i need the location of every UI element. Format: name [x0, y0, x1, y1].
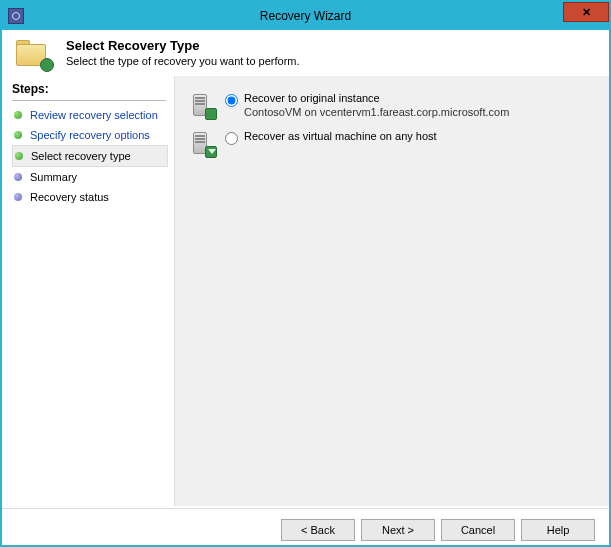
- step-label: Recovery status: [30, 191, 109, 203]
- step-label: Select recovery type: [31, 150, 131, 162]
- step-bullet-icon: [14, 193, 22, 201]
- step-recovery-status[interactable]: Recovery status: [12, 187, 168, 207]
- step-bullet-icon: [14, 111, 22, 119]
- step-review-recovery-selection[interactable]: Review recovery selection: [12, 105, 168, 125]
- server-anyhost-icon: [189, 130, 217, 158]
- cancel-button[interactable]: Cancel: [441, 519, 515, 541]
- step-label: Summary: [30, 171, 77, 183]
- window-title: Recovery Wizard: [2, 9, 609, 23]
- close-icon: ✕: [582, 6, 591, 19]
- titlebar: Recovery Wizard ✕: [2, 2, 609, 30]
- option-label: Recover as virtual machine on any host: [244, 130, 437, 142]
- next-button[interactable]: Next >: [361, 519, 435, 541]
- steps-heading: Steps:: [12, 82, 166, 101]
- server-original-icon: [189, 92, 217, 120]
- app-icon: [8, 8, 24, 24]
- step-label: Review recovery selection: [30, 109, 158, 121]
- help-button[interactable]: Help: [521, 519, 595, 541]
- option-detail: ContosoVM on vcentervm1.fareast.corp.mic…: [244, 106, 509, 118]
- steps-panel: Steps: Review recovery selection Specify…: [2, 76, 174, 506]
- radio-recover-original[interactable]: [225, 94, 238, 107]
- step-bullet-icon: [14, 131, 22, 139]
- step-bullet-icon: [14, 173, 22, 181]
- page-title: Select Recovery Type: [66, 38, 300, 53]
- wizard-buttons: < Back Next > Cancel Help: [2, 508, 609, 541]
- close-button[interactable]: ✕: [563, 2, 609, 22]
- option-label: Recover to original instance: [244, 92, 509, 104]
- step-label: Specify recovery options: [30, 129, 150, 141]
- content-panel: Recover to original instance ContosoVM o…: [174, 76, 609, 506]
- step-summary[interactable]: Summary: [12, 167, 168, 187]
- page-subtitle: Select the type of recovery you want to …: [66, 55, 300, 67]
- radio-recover-any-host[interactable]: [225, 132, 238, 145]
- option-recover-original: Recover to original instance ContosoVM o…: [189, 92, 595, 120]
- step-specify-recovery-options[interactable]: Specify recovery options: [12, 125, 168, 145]
- step-bullet-icon: [15, 152, 23, 160]
- folder-recover-icon: [16, 40, 52, 70]
- wizard-header: Select Recovery Type Select the type of …: [2, 30, 609, 76]
- back-button[interactable]: < Back: [281, 519, 355, 541]
- option-recover-any-host: Recover as virtual machine on any host: [189, 130, 595, 158]
- step-select-recovery-type[interactable]: Select recovery type: [12, 145, 168, 167]
